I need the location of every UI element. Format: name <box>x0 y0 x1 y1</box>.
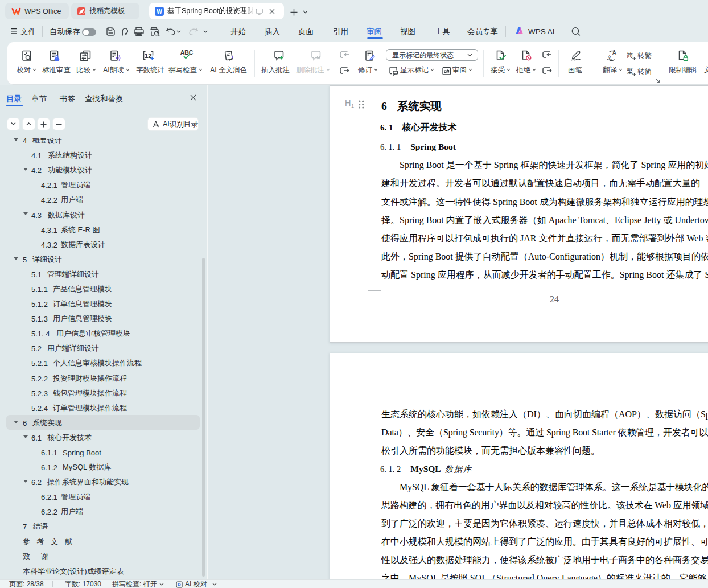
svg-text:繁: 繁 <box>627 68 633 75</box>
svg-text:W: W <box>157 8 162 14</box>
svg-text:ABC: ABC <box>180 49 194 56</box>
svg-text:12: 12 <box>145 52 152 59</box>
svg-text:1: 1 <box>351 103 354 109</box>
svg-text:H: H <box>345 98 351 108</box>
svg-text:简: 简 <box>627 52 633 59</box>
